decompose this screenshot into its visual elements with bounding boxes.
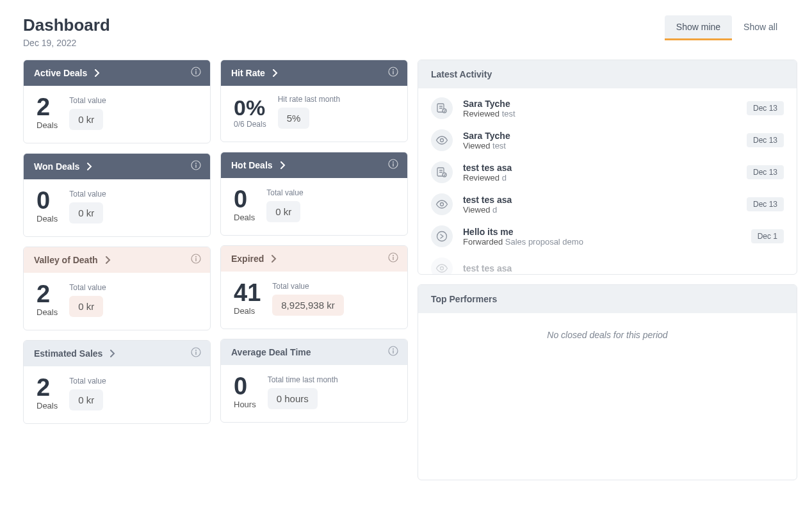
info-icon[interactable] — [388, 346, 398, 356]
activity-item[interactable]: Sara TycheViewed testDec 13 — [418, 124, 797, 156]
activity-action: Viewed d — [463, 205, 736, 215]
card-hit-rate[interactable]: Hit Rate 0% 0/6 Deals Hit rate last mont… — [220, 60, 408, 142]
panel-latest-activity: Latest Activity Sara TycheReviewed testD… — [418, 60, 797, 275]
activity-item[interactable]: Sara TycheReviewed testDec 13 — [418, 92, 797, 124]
card-title: Hit Rate — [231, 68, 265, 78]
won-count: 0 — [37, 188, 50, 213]
svg-point-10 — [195, 350, 197, 351]
activity-item[interactable]: Hello its meForwarded Sales proposal dem… — [418, 220, 797, 252]
forward-icon — [431, 225, 453, 247]
hot-value: 0 kr — [266, 201, 300, 222]
view-tabs: Show mine Show all — [665, 15, 789, 40]
card-title: Estimated Sales — [34, 348, 102, 359]
activity-item[interactable]: test tes asa — [418, 252, 797, 274]
card-title: Average Deal Time — [231, 347, 311, 357]
activity-name: Sara Tyche — [463, 99, 736, 109]
svg-rect-14 — [393, 71, 393, 74]
chevron-right-icon — [95, 69, 100, 77]
info-icon[interactable] — [191, 160, 201, 170]
svg-point-22 — [393, 348, 394, 350]
chevron-right-icon — [87, 163, 92, 170]
svg-point-31 — [441, 267, 444, 270]
estimated-value: 0 kr — [69, 389, 103, 410]
info-icon[interactable] — [191, 67, 201, 77]
svg-rect-5 — [195, 165, 196, 168]
top-performers-title: Top Performers — [418, 285, 797, 313]
card-estimated-sales[interactable]: Estimated Sales 2 Deals Total value 0 kr — [23, 340, 211, 424]
svg-point-26 — [441, 139, 444, 142]
chevron-right-icon — [280, 161, 286, 169]
svg-point-30 — [437, 232, 447, 241]
hot-sub-label: Total value — [266, 188, 303, 197]
avgtime-count: 0 — [234, 374, 247, 398]
hitrate-value: 5% — [278, 108, 310, 129]
hitrate-sub-label: Hit rate last month — [278, 95, 340, 104]
svg-point-13 — [393, 69, 394, 70]
activity-item[interactable]: test tes asaReviewed dDec 13 — [418, 156, 797, 188]
activity-date: Dec 13 — [747, 101, 784, 115]
svg-rect-17 — [393, 163, 393, 167]
activity-name: Hello its me — [463, 227, 741, 237]
won-value: 0 kr — [69, 202, 103, 223]
svg-rect-8 — [195, 258, 196, 261]
chevron-right-icon — [106, 256, 111, 264]
activity-action: Reviewed test — [463, 109, 736, 118]
review-icon — [431, 97, 453, 119]
card-active-deals[interactable]: Active Deals 2 Deals Total value 0 kr — [23, 60, 211, 143]
card-hot-deals[interactable]: Hot Deals 0 Deals Total value 0 kr — [220, 152, 408, 236]
info-icon[interactable] — [191, 347, 201, 357]
top-performers-empty: No closed deals for this period — [418, 313, 797, 480]
page-title: Dashboard — [23, 15, 110, 35]
active-value: 0 kr — [69, 109, 103, 130]
view-icon — [431, 257, 453, 274]
card-expired[interactable]: Expired 41 Deals Total value 8,925,938 k… — [220, 245, 408, 329]
expired-sub-label: Total value — [272, 282, 309, 291]
card-title: Valley of Death — [34, 255, 98, 265]
won-sub-label: Total value — [69, 190, 106, 199]
info-icon[interactable] — [388, 67, 398, 77]
activity-action: Reviewed d — [463, 173, 736, 183]
estimated-count-label: Deals — [37, 401, 58, 410]
info-icon[interactable] — [191, 254, 201, 264]
avgtime-sub-label: Total time last month — [268, 375, 338, 384]
view-icon — [431, 193, 453, 215]
tab-show-mine[interactable]: Show mine — [665, 15, 732, 40]
card-valley-of-death[interactable]: Valley of Death 2 Deals Total value 0 kr — [23, 247, 211, 330]
svg-rect-2 — [195, 71, 196, 74]
estimated-count: 2 — [37, 375, 50, 400]
hitrate-sub: 0/6 Deals — [234, 120, 266, 129]
svg-rect-11 — [195, 352, 196, 355]
activity-action: Viewed test — [463, 141, 736, 150]
activity-name: test tes asa — [463, 195, 736, 205]
activity-item[interactable]: test tes asaViewed dDec 13 — [418, 188, 797, 220]
svg-rect-20 — [393, 257, 393, 260]
expired-count-label: Deals — [234, 306, 255, 316]
expired-value: 8,925,938 kr — [272, 295, 343, 316]
activity-name: test tes asa — [463, 263, 784, 273]
svg-point-25 — [443, 109, 446, 113]
hot-count-label: Deals — [234, 213, 255, 222]
activity-date: Dec 1 — [751, 229, 784, 243]
card-title: Hot Deals — [231, 160, 273, 170]
valley-count: 2 — [37, 282, 50, 306]
valley-sub-label: Total value — [69, 283, 106, 292]
latest-activity-title: Latest Activity — [418, 60, 797, 88]
svg-point-7 — [195, 256, 197, 257]
activity-date: Dec 13 — [747, 133, 784, 147]
won-count-label: Deals — [37, 214, 58, 223]
activity-list[interactable]: Sara TycheReviewed testDec 13Sara TycheV… — [418, 88, 797, 274]
chevron-right-icon — [272, 255, 277, 263]
info-icon[interactable] — [388, 252, 398, 263]
card-title: Active Deals — [34, 68, 87, 78]
activity-date: Dec 13 — [747, 165, 784, 179]
avgtime-count-label: Hours — [234, 400, 256, 409]
review-icon — [431, 161, 453, 183]
info-icon[interactable] — [388, 159, 398, 169]
svg-rect-23 — [393, 350, 393, 353]
card-title: Won Deals — [34, 161, 79, 172]
avgtime-value: 0 hours — [268, 388, 318, 409]
svg-point-4 — [195, 163, 197, 164]
tab-show-all[interactable]: Show all — [732, 15, 789, 40]
chevron-right-icon — [110, 350, 115, 357]
card-won-deals[interactable]: Won Deals 0 Deals Total value 0 kr — [23, 153, 211, 237]
